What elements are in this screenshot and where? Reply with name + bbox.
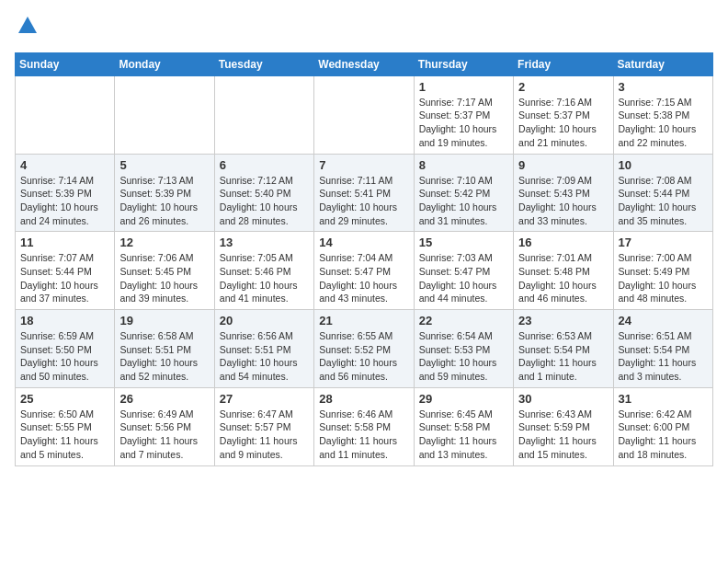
day-number: 11 xyxy=(20,236,109,249)
day-number: 17 xyxy=(619,236,708,249)
calendar-cell: 6Sunrise: 7:12 AM Sunset: 5:40 PM Daylig… xyxy=(214,154,313,232)
day-info: Sunrise: 6:45 AM Sunset: 5:58 PM Dayligh… xyxy=(419,408,508,462)
calendar-cell: 22Sunrise: 6:54 AM Sunset: 5:53 PM Dayli… xyxy=(414,310,513,388)
day-number: 25 xyxy=(20,392,109,406)
day-number: 12 xyxy=(119,236,209,249)
calendar-cell: 18Sunrise: 6:59 AM Sunset: 5:50 PM Dayli… xyxy=(16,310,115,388)
calendar-cell xyxy=(314,75,414,154)
day-number: 5 xyxy=(119,158,209,172)
day-number: 28 xyxy=(319,392,408,406)
day-number: 4 xyxy=(20,158,109,172)
day-info: Sunrise: 6:56 AM Sunset: 5:51 PM Dayligh… xyxy=(220,329,309,384)
day-info: Sunrise: 6:49 AM Sunset: 5:56 PM Dayligh… xyxy=(119,408,209,462)
day-number: 31 xyxy=(619,392,708,406)
day-info: Sunrise: 7:15 AM Sunset: 5:38 PM Dayligh… xyxy=(619,96,708,150)
header-row: SundayMondayTuesdayWednesdayThursdayFrid… xyxy=(16,52,713,75)
calendar-table: SundayMondayTuesdayWednesdayThursdayFrid… xyxy=(15,52,713,466)
calendar-cell: 12Sunrise: 7:06 AM Sunset: 5:45 PM Dayli… xyxy=(115,232,214,310)
calendar-cell: 2Sunrise: 7:16 AM Sunset: 5:37 PM Daylig… xyxy=(514,75,613,154)
day-number: 29 xyxy=(419,392,508,406)
svg-marker-0 xyxy=(18,17,37,33)
calendar-cell: 19Sunrise: 6:58 AM Sunset: 5:51 PM Dayli… xyxy=(115,310,214,388)
day-info: Sunrise: 7:14 AM Sunset: 5:39 PM Dayligh… xyxy=(20,174,109,228)
day-info: Sunrise: 6:43 AM Sunset: 5:59 PM Dayligh… xyxy=(518,408,608,462)
day-number: 30 xyxy=(518,392,608,406)
day-number: 23 xyxy=(518,314,608,327)
logo-icon xyxy=(17,15,39,37)
day-number: 14 xyxy=(319,236,408,249)
calendar-cell: 3Sunrise: 7:15 AM Sunset: 5:38 PM Daylig… xyxy=(613,75,712,154)
header-sunday: Sunday xyxy=(16,52,115,75)
header-saturday: Saturday xyxy=(613,52,712,75)
day-info: Sunrise: 6:46 AM Sunset: 5:58 PM Dayligh… xyxy=(319,408,408,462)
calendar-cell: 24Sunrise: 6:51 AM Sunset: 5:54 PM Dayli… xyxy=(613,310,712,388)
calendar-cell xyxy=(115,75,214,154)
calendar-cell: 14Sunrise: 7:04 AM Sunset: 5:47 PM Dayli… xyxy=(314,232,414,310)
day-number: 27 xyxy=(220,392,309,406)
calendar-cell: 28Sunrise: 6:46 AM Sunset: 5:58 PM Dayli… xyxy=(314,387,414,465)
calendar-cell: 25Sunrise: 6:50 AM Sunset: 5:55 PM Dayli… xyxy=(16,387,115,465)
header-thursday: Thursday xyxy=(414,52,513,75)
calendar-cell: 31Sunrise: 6:42 AM Sunset: 6:00 PM Dayli… xyxy=(613,387,712,465)
day-info: Sunrise: 6:59 AM Sunset: 5:50 PM Dayligh… xyxy=(20,329,109,384)
day-number: 10 xyxy=(619,158,708,172)
day-number: 26 xyxy=(119,392,209,406)
day-info: Sunrise: 6:58 AM Sunset: 5:51 PM Dayligh… xyxy=(119,329,209,384)
day-number: 16 xyxy=(518,236,608,249)
calendar-cell: 17Sunrise: 7:00 AM Sunset: 5:49 PM Dayli… xyxy=(613,232,712,310)
day-number: 21 xyxy=(319,314,408,327)
day-number: 2 xyxy=(518,80,608,94)
calendar-cell: 29Sunrise: 6:45 AM Sunset: 5:58 PM Dayli… xyxy=(414,387,513,465)
day-info: Sunrise: 6:55 AM Sunset: 5:52 PM Dayligh… xyxy=(319,329,408,384)
calendar-cell: 9Sunrise: 7:09 AM Sunset: 5:43 PM Daylig… xyxy=(514,154,613,232)
day-info: Sunrise: 6:51 AM Sunset: 5:54 PM Dayligh… xyxy=(619,329,708,384)
calendar-cell: 5Sunrise: 7:13 AM Sunset: 5:39 PM Daylig… xyxy=(115,154,214,232)
day-info: Sunrise: 6:42 AM Sunset: 6:00 PM Dayligh… xyxy=(619,408,708,462)
header-wednesday: Wednesday xyxy=(314,52,414,75)
calendar-cell xyxy=(16,75,115,154)
calendar-cell: 16Sunrise: 7:01 AM Sunset: 5:48 PM Dayli… xyxy=(514,232,613,310)
calendar-cell: 13Sunrise: 7:05 AM Sunset: 5:46 PM Dayli… xyxy=(214,232,313,310)
day-number: 13 xyxy=(220,236,309,249)
header-tuesday: Tuesday xyxy=(214,52,313,75)
logo xyxy=(15,15,39,41)
calendar-cell: 20Sunrise: 6:56 AM Sunset: 5:51 PM Dayli… xyxy=(214,310,313,388)
calendar-cell: 4Sunrise: 7:14 AM Sunset: 5:39 PM Daylig… xyxy=(16,154,115,232)
day-info: Sunrise: 7:00 AM Sunset: 5:49 PM Dayligh… xyxy=(619,251,708,305)
calendar-row-0: 1Sunrise: 7:17 AM Sunset: 5:37 PM Daylig… xyxy=(16,75,713,154)
day-number: 8 xyxy=(419,158,508,172)
calendar-cell: 11Sunrise: 7:07 AM Sunset: 5:44 PM Dayli… xyxy=(16,232,115,310)
day-info: Sunrise: 7:06 AM Sunset: 5:45 PM Dayligh… xyxy=(119,251,209,305)
header-monday: Monday xyxy=(115,52,214,75)
day-number: 1 xyxy=(419,80,508,94)
calendar-cell: 8Sunrise: 7:10 AM Sunset: 5:42 PM Daylig… xyxy=(414,154,513,232)
calendar-cell: 27Sunrise: 6:47 AM Sunset: 5:57 PM Dayli… xyxy=(214,387,313,465)
day-number: 6 xyxy=(220,158,309,172)
day-info: Sunrise: 7:10 AM Sunset: 5:42 PM Dayligh… xyxy=(419,174,508,228)
day-info: Sunrise: 7:04 AM Sunset: 5:47 PM Dayligh… xyxy=(319,251,408,305)
day-number: 19 xyxy=(119,314,209,327)
day-number: 18 xyxy=(20,314,109,327)
day-info: Sunrise: 7:11 AM Sunset: 5:41 PM Dayligh… xyxy=(319,174,408,228)
calendar-cell: 15Sunrise: 7:03 AM Sunset: 5:47 PM Dayli… xyxy=(414,232,513,310)
day-info: Sunrise: 7:07 AM Sunset: 5:44 PM Dayligh… xyxy=(20,251,109,305)
day-number: 20 xyxy=(220,314,309,327)
day-number: 22 xyxy=(419,314,508,327)
day-info: Sunrise: 7:17 AM Sunset: 5:37 PM Dayligh… xyxy=(419,96,508,150)
calendar-cell: 21Sunrise: 6:55 AM Sunset: 5:52 PM Dayli… xyxy=(314,310,414,388)
page-header xyxy=(15,15,713,41)
day-info: Sunrise: 6:47 AM Sunset: 5:57 PM Dayligh… xyxy=(220,408,309,462)
calendar-row-1: 4Sunrise: 7:14 AM Sunset: 5:39 PM Daylig… xyxy=(16,154,713,232)
calendar-cell: 1Sunrise: 7:17 AM Sunset: 5:37 PM Daylig… xyxy=(414,75,513,154)
day-info: Sunrise: 6:54 AM Sunset: 5:53 PM Dayligh… xyxy=(419,329,508,384)
day-number: 3 xyxy=(619,80,708,94)
calendar-cell: 10Sunrise: 7:08 AM Sunset: 5:44 PM Dayli… xyxy=(613,154,712,232)
calendar-cell: 30Sunrise: 6:43 AM Sunset: 5:59 PM Dayli… xyxy=(514,387,613,465)
day-number: 24 xyxy=(619,314,708,327)
day-info: Sunrise: 7:05 AM Sunset: 5:46 PM Dayligh… xyxy=(220,251,309,305)
day-info: Sunrise: 7:12 AM Sunset: 5:40 PM Dayligh… xyxy=(220,174,309,228)
day-number: 9 xyxy=(518,158,608,172)
day-info: Sunrise: 7:08 AM Sunset: 5:44 PM Dayligh… xyxy=(619,174,708,228)
calendar-row-2: 11Sunrise: 7:07 AM Sunset: 5:44 PM Dayli… xyxy=(16,232,713,310)
day-info: Sunrise: 7:13 AM Sunset: 5:39 PM Dayligh… xyxy=(119,174,209,228)
